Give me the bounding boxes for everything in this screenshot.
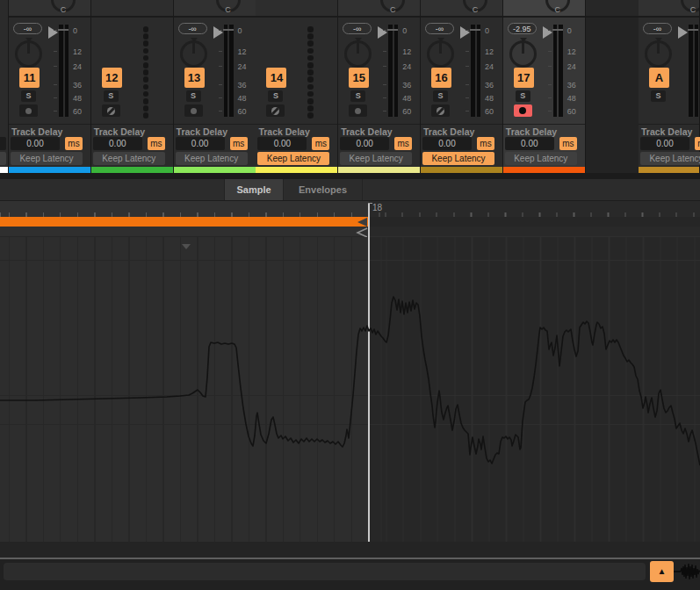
track-delay-value[interactable]: 0.00	[340, 137, 389, 150]
delay-unit-button[interactable]: ms	[312, 137, 329, 150]
gridline-h	[0, 395, 369, 396]
track-header[interactable]: C	[174, 0, 256, 18]
loop-end-arrow-icon[interactable]	[357, 218, 367, 227]
keep-latency-button[interactable]: Keep Latency	[640, 152, 700, 165]
pan-center-label: C	[467, 5, 483, 14]
track-column-17[interactable]: C-2.950122436486017STrack Delay0.00msKee…	[503, 0, 586, 173]
record-arm-button[interactable]	[102, 104, 120, 117]
track-column-13[interactable]: C-∞0122436486013STrack Delay0.00msKeep L…	[174, 0, 256, 173]
tab-sample[interactable]: Sample	[225, 179, 283, 200]
track-column-15[interactable]: C-∞0122436486015STrack Delay0.00msKeep L…	[338, 0, 421, 173]
partial-track-color-strip	[0, 167, 8, 174]
keep-latency-button[interactable]: Keep Latency	[422, 152, 494, 165]
volume-value[interactable]: -∞	[13, 23, 42, 34]
track-header[interactable]: C	[421, 0, 502, 18]
keep-latency-button[interactable]: Keep Latency	[340, 152, 412, 165]
delay-unit-button[interactable]: ms	[230, 137, 248, 150]
sample-grid[interactable]	[370, 237, 700, 542]
meter-zero-notch	[688, 29, 698, 31]
track-column-12[interactable]: 12STrack Delay0.00msKeep Latency	[91, 0, 174, 173]
track-column-11[interactable]: C-∞0122436486011STrack Delay0.00msKeep L…	[9, 0, 91, 173]
keep-latency-button[interactable]: Keep Latency	[505, 152, 577, 165]
track-delay-value[interactable]: 0.00	[11, 137, 60, 150]
led-meter-dot	[307, 91, 314, 97]
record-arm-button[interactable]	[431, 104, 450, 117]
track-number-badge[interactable]: A	[649, 68, 669, 88]
partial-track-edge	[0, 0, 9, 173]
volume-slider-thumb-icon[interactable]	[543, 26, 552, 39]
sample-grid-loop-region[interactable]	[0, 237, 369, 542]
meter-tick	[383, 66, 386, 67]
keep-latency-button[interactable]: Keep Latency	[257, 152, 329, 165]
track-delay-value[interactable]: 0.00	[257, 137, 307, 150]
meter-scale-label: 48	[402, 94, 416, 103]
track-column-16[interactable]: C-∞0122436486016STrack Delay0.00msKeep L…	[421, 0, 503, 173]
record-arm-button[interactable]	[184, 104, 203, 117]
volume-slider-thumb-icon[interactable]	[460, 26, 470, 39]
delay-unit-button[interactable]: ms	[148, 137, 165, 150]
track-delay-value[interactable]: 0.00	[505, 137, 554, 150]
track-number-badge[interactable]: 13	[184, 68, 205, 88]
volume-slider-thumb-icon[interactable]	[213, 26, 223, 39]
delay-unit-button[interactable]: ms	[559, 137, 577, 150]
meter-tick	[465, 84, 469, 85]
insert-marker-line[interactable]	[368, 203, 370, 542]
record-arm-button[interactable]	[266, 104, 285, 117]
track-header[interactable]: C	[503, 0, 585, 18]
zoom-hotspot-triangle-icon[interactable]	[182, 244, 191, 249]
track-column-14[interactable]: 14STrack Delay0.00msKeep Latency	[256, 0, 338, 173]
track-header[interactable]	[256, 0, 337, 18]
keep-latency-button[interactable]: Keep Latency	[11, 152, 83, 165]
delay-unit-button[interactable]: ms	[65, 137, 83, 150]
mixer-gap-header	[586, 0, 639, 18]
solo-button[interactable]: S	[651, 90, 666, 102]
track-number-badge[interactable]: 16	[431, 68, 451, 88]
track-header[interactable]	[91, 0, 173, 18]
clip-end-marker-icon[interactable]	[355, 227, 369, 238]
track-header[interactable]: C	[639, 0, 699, 18]
volume-slider-thumb-icon[interactable]	[678, 26, 688, 39]
track-number-badge[interactable]: 12	[102, 68, 122, 88]
level-meter	[224, 25, 228, 117]
fold-panel-button[interactable]: ▲	[650, 561, 674, 582]
loop-brace[interactable]	[0, 217, 369, 227]
volume-slider-thumb-icon[interactable]	[48, 26, 58, 39]
delay-unit-button[interactable]: ms	[394, 137, 412, 150]
meter-scale-label: 60	[73, 107, 87, 116]
record-arm-button[interactable]	[349, 104, 367, 117]
track-column-A[interactable]: C-∞ASTrack Delay0.00msKeep Latency	[639, 0, 700, 173]
track-number-badge[interactable]: 14	[266, 68, 286, 88]
track-header[interactable]: C	[338, 0, 420, 18]
keep-latency-button[interactable]: Keep Latency	[93, 152, 165, 165]
track-delay-value[interactable]: 0.00	[176, 137, 225, 150]
volume-value[interactable]: -∞	[425, 23, 454, 34]
level-meter	[65, 25, 69, 117]
meter-scale-label: 48	[238, 94, 252, 103]
solo-button[interactable]: S	[104, 90, 119, 102]
volume-value[interactable]: -∞	[343, 23, 372, 34]
track-header[interactable]: C	[9, 0, 90, 18]
volume-slider-thumb-icon[interactable]	[378, 26, 387, 39]
volume-value[interactable]: -2.95	[508, 23, 537, 34]
track-number-badge[interactable]: 15	[349, 68, 369, 88]
tab-envelopes[interactable]: Envelopes	[284, 179, 362, 200]
record-arm-button[interactable]	[19, 104, 38, 117]
keep-latency-button[interactable]: Keep Latency	[176, 152, 248, 165]
track-number-badge[interactable]: 17	[514, 68, 534, 88]
solo-button[interactable]: S	[186, 90, 201, 102]
solo-button[interactable]: S	[516, 90, 530, 102]
record-arm-button-active[interactable]	[514, 104, 532, 117]
delay-unit-button[interactable]: ms	[477, 137, 494, 150]
volume-value[interactable]: -∞	[643, 23, 672, 34]
solo-button[interactable]: S	[21, 90, 36, 102]
track-delay-value[interactable]: 0.00	[93, 137, 142, 150]
track-number-badge[interactable]: 11	[19, 68, 40, 88]
track-delay-value[interactable]: 0.00	[422, 137, 472, 150]
delay-unit-button[interactable]: ms	[695, 137, 700, 150]
volume-value[interactable]: -∞	[178, 23, 207, 34]
solo-button[interactable]: S	[268, 90, 283, 102]
solo-button[interactable]: S	[350, 90, 365, 102]
track-delay-label: Track Delay	[177, 126, 227, 137]
track-delay-value[interactable]: 0.00	[640, 137, 689, 150]
solo-button[interactable]: S	[433, 90, 448, 102]
